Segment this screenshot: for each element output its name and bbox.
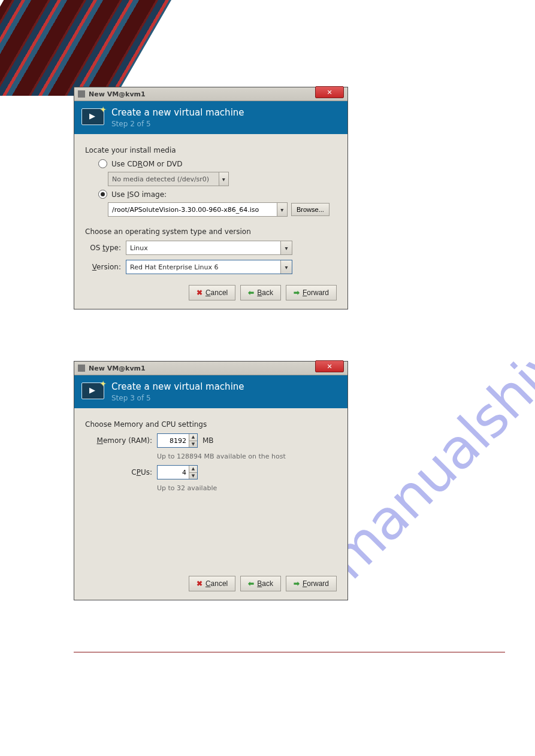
footer-buttons: ✖ Cancel ⬅ Back ➡ Forward: [85, 576, 337, 591]
dialog-step2: New VM@kvm1 ✕ ✦ Create a new virtual mac…: [74, 87, 348, 309]
memory-hint: Up to 128894 MB available on the host: [157, 453, 337, 460]
forward-icon: ➡: [294, 579, 300, 588]
os-type-value: Linux: [126, 244, 280, 252]
step-indicator: Step 2 of 5: [111, 120, 244, 128]
os-type-row: OS type: Linux: [85, 241, 337, 255]
back-label: Back: [257, 289, 273, 297]
back-label: Back: [257, 579, 273, 588]
cancel-button[interactable]: ✖ Cancel: [189, 576, 235, 591]
choose-os-label: Choose an operating system type and vers…: [85, 227, 337, 236]
banner: ✦ Create a new virtual machine Step 2 of…: [74, 101, 347, 134]
version-label: Version:: [85, 263, 121, 271]
back-button[interactable]: ⬅ Back: [240, 576, 281, 591]
close-button[interactable]: ✕: [315, 86, 344, 98]
cpus-spin-up[interactable]: ▲: [189, 466, 197, 473]
footer-buttons: ✖ Cancel ⬅ Back ➡ Forward: [85, 285, 337, 300]
memory-row: Memory (RAM): ▲ ▼ MB: [85, 433, 337, 448]
os-type-arrow[interactable]: [280, 241, 292, 254]
window-icon: [78, 90, 85, 98]
cpus-row: CPUs: ▲ ▼: [85, 465, 337, 479]
cdrom-dropdown-arrow: [219, 172, 228, 186]
cpus-hint: Up to 32 available: [157, 484, 337, 492]
iso-dropdown-arrow[interactable]: [277, 203, 287, 216]
cdrom-combo-row: [85, 172, 337, 186]
cdrom-input: [108, 172, 219, 186]
browse-button[interactable]: Browse...: [291, 203, 330, 216]
titlebar[interactable]: New VM@kvm1 ✕: [74, 87, 347, 101]
forward-button[interactable]: ➡ Forward: [286, 285, 337, 300]
cpus-input[interactable]: [158, 466, 189, 479]
version-arrow[interactable]: [280, 260, 292, 274]
radio-row-iso[interactable]: Use ISO image:: [85, 190, 337, 199]
iso-path-input[interactable]: [108, 203, 277, 216]
cancel-label: Cancel: [205, 289, 228, 297]
version-value: Red Hat Enterprise Linux 6: [126, 263, 280, 271]
memory-spin-up[interactable]: ▲: [189, 434, 197, 441]
titlebar[interactable]: New VM@kvm1 ✕: [74, 362, 347, 375]
window-title: New VM@kvm1: [89, 90, 146, 98]
cpus-spin-down[interactable]: ▼: [189, 473, 197, 479]
cancel-label: Cancel: [205, 579, 228, 588]
cancel-icon: ✖: [197, 579, 202, 588]
locate-media-label: Locate your install media: [85, 146, 337, 154]
cpus-label: CPUs:: [85, 468, 152, 476]
window-title: New VM@kvm1: [89, 365, 146, 372]
cpus-spinner[interactable]: ▲ ▼: [157, 465, 198, 479]
step-indicator: Step 3 of 5: [111, 394, 244, 402]
cdrom-combo: [108, 172, 229, 186]
dialog-step3: New VM@kvm1 ✕ ✦ Create a new virtual mac…: [74, 361, 348, 600]
forward-icon: ➡: [294, 289, 300, 297]
radio-cdrom[interactable]: [98, 159, 107, 168]
banner-title: Create a new virtual machine: [111, 107, 244, 118]
close-icon: ✕: [327, 363, 332, 371]
close-button[interactable]: ✕: [315, 360, 344, 372]
radio-iso[interactable]: [98, 190, 107, 199]
version-row: Version: Red Hat Enterprise Linux 6: [85, 260, 337, 274]
os-type-select[interactable]: Linux: [126, 241, 292, 255]
banner-title: Create a new virtual machine: [111, 381, 244, 392]
banner: ✦ Create a new virtual machine Step 3 of…: [74, 375, 347, 408]
iso-row: Browse...: [85, 202, 337, 217]
forward-label: Forward: [303, 289, 329, 297]
cancel-button[interactable]: ✖ Cancel: [189, 285, 235, 300]
vm-icon: ✦: [81, 108, 104, 127]
back-button[interactable]: ⬅ Back: [240, 285, 281, 300]
os-type-label: OS type:: [85, 244, 121, 252]
close-icon: ✕: [327, 89, 332, 96]
radio-cdrom-label: Use CDROM or DVD: [111, 160, 182, 168]
memory-unit: MB: [202, 436, 214, 445]
choose-mem-cpu-label: Choose Memory and CPU settings: [85, 420, 337, 429]
version-select[interactable]: Red Hat Enterprise Linux 6: [126, 260, 292, 274]
memory-input[interactable]: [158, 434, 189, 447]
window-icon: [78, 365, 85, 372]
vm-icon: ✦: [81, 382, 104, 402]
back-icon: ⬅: [248, 289, 254, 297]
footer-separator: [74, 652, 505, 652]
forward-button[interactable]: ➡ Forward: [286, 576, 337, 591]
iso-path-combo[interactable]: [108, 202, 288, 217]
back-icon: ⬅: [248, 579, 254, 588]
memory-spinner[interactable]: ▲ ▼: [157, 433, 198, 448]
memory-label: Memory (RAM):: [85, 436, 152, 445]
radio-row-cdrom[interactable]: Use CDROM or DVD: [85, 159, 337, 168]
radio-iso-label: Use ISO image:: [111, 190, 167, 199]
forward-label: Forward: [303, 579, 329, 588]
cancel-icon: ✖: [197, 289, 202, 297]
memory-spin-down[interactable]: ▼: [189, 441, 197, 448]
